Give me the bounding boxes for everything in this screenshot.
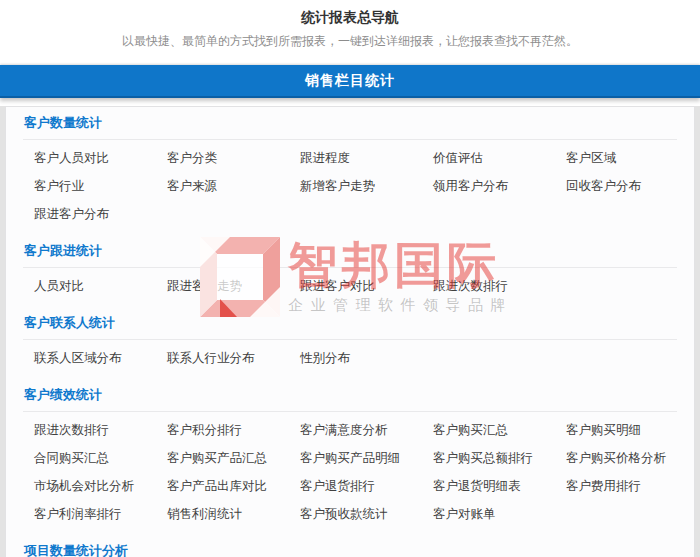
section-divider [23, 339, 677, 340]
report-link[interactable]: 客户购买产品汇总 [167, 444, 300, 472]
report-link[interactable]: 回收客户分布 [566, 172, 695, 200]
report-link[interactable]: 客户对账单 [433, 500, 566, 528]
report-link[interactable]: 客户退货明细表 [433, 472, 566, 500]
report-link[interactable]: 客户购买产品明细 [300, 444, 433, 472]
report-navigation-page: 统计报表总导航 以最快捷、最简单的方式找到所需报表，一键到达详细报表，让您报表查… [0, 0, 700, 557]
report-link[interactable]: 跟进次数排行 [34, 416, 167, 444]
report-link[interactable]: 客户预收款统计 [300, 500, 433, 528]
section-divider [23, 411, 677, 412]
report-link[interactable]: 领用客户分布 [433, 172, 566, 200]
sales-category-banner: 销售栏目统计 [0, 65, 700, 98]
report-section: 项目数量统计分析 [6, 528, 694, 557]
report-link[interactable]: 价值评估 [433, 144, 566, 172]
page-header: 统计报表总导航 以最快捷、最简单的方式找到所需报表，一键到达详细报表，让您报表查… [0, 0, 700, 48]
report-link[interactable]: 性别分布 [300, 344, 433, 372]
report-link[interactable]: 新增客户走势 [300, 172, 433, 200]
report-link[interactable]: 联系人区域分布 [34, 344, 167, 372]
section-title: 客户数量统计 [24, 116, 694, 130]
report-link[interactable]: 客户分类 [167, 144, 300, 172]
report-link-grid: 人员对比跟进客户走势跟进客户对比跟进次数排行 [34, 272, 694, 300]
report-link[interactable]: 客户购买价格分析 [566, 444, 695, 472]
report-section: 客户绩效统计跟进次数排行客户积分排行客户满意度分析客户购买汇总客户购买明细合同购… [6, 372, 694, 528]
report-link[interactable]: 市场机会对比分析 [34, 472, 167, 500]
report-link[interactable]: 客户来源 [167, 172, 300, 200]
report-link[interactable]: 销售利润统计 [167, 500, 300, 528]
section-divider [23, 139, 677, 140]
section-title: 客户绩效统计 [24, 388, 694, 402]
banner-label: 销售栏目统计 [305, 72, 395, 90]
report-link[interactable]: 客户满意度分析 [300, 416, 433, 444]
content-area: 客户数量统计客户人员对比客户分类跟进程度价值评估客户区域客户行业客户来源新增客户… [0, 106, 700, 557]
report-link[interactable]: 联系人行业分布 [167, 344, 300, 372]
report-link[interactable]: 跟进次数排行 [433, 272, 566, 300]
report-link[interactable]: 跟进客户走势 [167, 272, 300, 300]
section-title: 客户联系人统计 [24, 316, 694, 330]
section-title: 项目数量统计分析 [24, 544, 694, 557]
report-section: 客户跟进统计人员对比跟进客户走势跟进客户对比跟进次数排行 [6, 228, 694, 300]
report-link[interactable]: 跟进程度 [300, 144, 433, 172]
report-link-grid: 跟进次数排行客户积分排行客户满意度分析客户购买汇总客户购买明细合同购买汇总客户购… [34, 416, 694, 528]
report-link[interactable]: 客户购买明细 [566, 416, 695, 444]
report-link[interactable]: 客户人员对比 [34, 144, 167, 172]
report-link[interactable]: 人员对比 [34, 272, 167, 300]
report-link[interactable]: 客户退货排行 [300, 472, 433, 500]
report-link[interactable]: 客户购买总额排行 [433, 444, 566, 472]
report-link[interactable]: 客户区域 [566, 144, 695, 172]
report-link[interactable]: 跟进客户对比 [300, 272, 433, 300]
report-link[interactable]: 客户产品出库对比 [167, 472, 300, 500]
report-link[interactable]: 合同购买汇总 [34, 444, 167, 472]
report-link[interactable]: 客户行业 [34, 172, 167, 200]
report-link[interactable]: 客户购买汇总 [433, 416, 566, 444]
page-title: 统计报表总导航 [0, 9, 700, 25]
report-link[interactable]: 客户积分排行 [167, 416, 300, 444]
page-subtitle: 以最快捷、最简单的方式找到所需报表，一键到达详细报表，让您报表查找不再茫然。 [0, 34, 700, 48]
report-link-grid: 客户人员对比客户分类跟进程度价值评估客户区域客户行业客户来源新增客户走势领用客户… [34, 144, 694, 228]
report-link[interactable]: 客户费用排行 [566, 472, 695, 500]
report-section: 客户数量统计客户人员对比客户分类跟进程度价值评估客户区域客户行业客户来源新增客户… [6, 107, 694, 228]
report-link-grid: 联系人区域分布联系人行业分布性别分布 [34, 344, 694, 372]
report-link[interactable]: 跟进客户分布 [34, 200, 167, 228]
section-divider [23, 267, 677, 268]
section-title: 客户跟进统计 [24, 244, 694, 258]
report-link[interactable]: 客户利润率排行 [34, 500, 167, 528]
report-section: 客户联系人统计联系人区域分布联系人行业分布性别分布 [6, 300, 694, 372]
report-sections-card: 客户数量统计客户人员对比客户分类跟进程度价值评估客户区域客户行业客户来源新增客户… [5, 106, 695, 557]
